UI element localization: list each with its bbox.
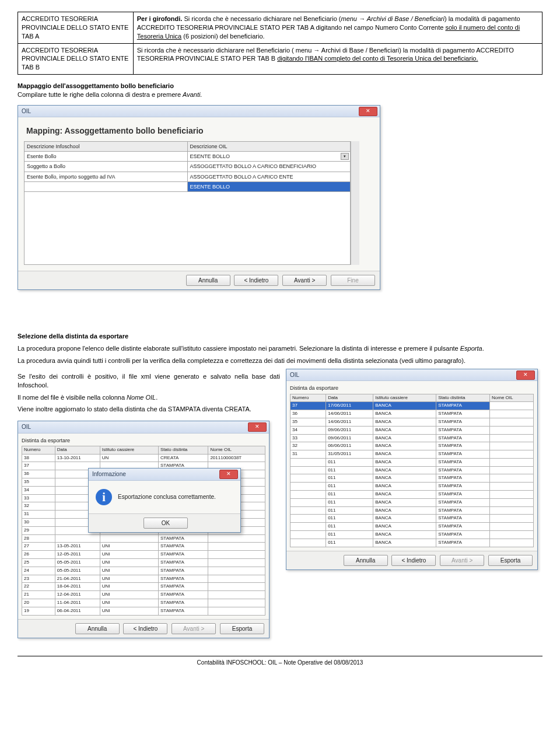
export-button[interactable]: Esporta — [488, 555, 533, 567]
table-row[interactable]: 3717/06/2011BANCASTAMPATA — [290, 402, 534, 410]
cell: 18-04-2011 — [55, 583, 100, 591]
cell: BANCA — [373, 466, 436, 474]
table-row[interactable]: 2112-04-2011UNISTAMPATA — [22, 591, 265, 599]
next-button[interactable]: Avanti > — [172, 623, 216, 635]
cell: STAMPATA — [436, 491, 490, 499]
close-icon[interactable]: ✕ — [248, 422, 267, 432]
right-titlebar[interactable]: OIL ✕ — [286, 369, 537, 382]
cell: STAMPATA — [159, 599, 208, 607]
map-r2-r[interactable]: ASSOGGETTATO BOLLO A CARICO BENEFICIARIO — [187, 162, 351, 172]
table-row[interactable]: 3514/06/2011BANCASTAMPATA — [290, 418, 534, 426]
table-row[interactable]: 011BANCASTAMPATA — [290, 474, 534, 483]
cell: 33 — [290, 434, 326, 442]
close-icon[interactable]: ✕ — [359, 107, 377, 116]
mapping-buttons: Annulla < Indietro Avanti > Fine — [18, 271, 380, 290]
mapping-table[interactable]: Descrizione Infoschool Descrizione OIL E… — [24, 141, 351, 265]
back-button[interactable]: < Indietro — [391, 555, 436, 567]
close-icon[interactable]: ✕ — [219, 470, 238, 479]
cell: 011 — [326, 523, 373, 531]
map-r2-l[interactable]: Soggetto a Bollo — [24, 162, 188, 172]
cell: 37 — [22, 462, 55, 470]
table-row[interactable]: 2011-04-2011UNISTAMPATA — [22, 599, 265, 607]
map-sub-em: Avanti. — [183, 91, 202, 98]
back-button[interactable]: < Indietro — [123, 623, 167, 635]
table-row[interactable]: 2321-04-2011UNISTAMPATA — [22, 575, 265, 583]
close-icon[interactable]: ✕ — [516, 370, 535, 380]
sel-p3b: Il nome del file è visibile nella colonn… — [18, 393, 280, 402]
cell: BANCA — [373, 483, 436, 491]
table-row[interactable]: 011BANCASTAMPATA — [290, 458, 534, 466]
table-row[interactable]: 011BANCASTAMPATA — [290, 539, 534, 547]
cell: 19 — [22, 607, 55, 615]
table-row[interactable]: 011BANCASTAMPATA — [290, 523, 534, 531]
cell — [290, 466, 326, 474]
next-button[interactable]: Avanti > — [440, 555, 484, 567]
map-r1-l[interactable]: Esente Bollo — [24, 152, 188, 162]
cell: 36 — [22, 470, 55, 478]
table-row[interactable]: 2505-05-2011UNISTAMPATA — [22, 559, 265, 567]
cell: 011 — [326, 458, 373, 466]
cell: 011 — [326, 515, 373, 523]
scrollbar[interactable] — [351, 141, 359, 265]
cell: 12-05-2011 — [55, 551, 100, 559]
cell — [490, 498, 534, 506]
table-row[interactable]: 2713-05-2011UNISTAMPATA — [22, 543, 265, 551]
table-row[interactable]: 3309/06/2011BANCASTAMPATA — [290, 434, 534, 442]
cell: STAMPATA — [436, 506, 490, 515]
table-row[interactable]: 011BANCASTAMPATA — [290, 483, 534, 491]
map-r3-l[interactable]: Esente Bollo, importo soggetto ad IVA — [24, 172, 188, 181]
table-row[interactable]: 1906-04-2011UNISTAMPATA — [22, 607, 265, 615]
map-r4-r[interactable]: ESENTE BOLLO — [187, 181, 351, 191]
cell: 17/06/2011 — [326, 402, 373, 410]
table-row[interactable]: 011BANCASTAMPATA — [290, 506, 534, 515]
cell: BANCA — [373, 523, 436, 531]
table-row[interactable]: 3206/06/2011BANCASTAMPATA — [290, 442, 534, 450]
table-row[interactable]: 2612-05-2011UNISTAMPATA — [22, 551, 265, 559]
cell — [290, 491, 326, 499]
cancel-button[interactable]: Annulla — [344, 555, 388, 567]
cell: BANCA — [373, 402, 436, 410]
row1-t1: Si ricorda che è necessario dichiarare n… — [182, 15, 341, 22]
info-titlebar[interactable]: Informazione ✕ — [89, 469, 240, 481]
table-row[interactable]: 011BANCASTAMPATA — [290, 466, 534, 474]
map-r4-l[interactable] — [24, 181, 188, 191]
mapping-titlebar[interactable]: OIL ✕ — [18, 106, 380, 118]
cell: BANCA — [373, 474, 436, 483]
ok-button[interactable]: OK — [144, 518, 188, 529]
cell: STAMPATA — [436, 523, 490, 531]
table-row[interactable]: 2218-04-2011UNISTAMPATA — [22, 583, 265, 591]
cell: STAMPATA — [436, 531, 490, 539]
cancel-button[interactable]: Annulla — [186, 275, 230, 286]
table-row[interactable]: 28STAMPATA — [22, 534, 265, 543]
cell: 13-05-2011 — [55, 543, 100, 551]
next-button[interactable]: Avanti > — [282, 275, 327, 286]
map-r3-r[interactable]: ASSOGGETTATO BOLLO A CARICO ENTE — [187, 172, 351, 181]
table-row[interactable]: 3131/05/2011BANCASTAMPATA — [290, 450, 534, 459]
left-grid-toprow[interactable]: 38 13-10-2011 UN CREATA 20111000038T — [22, 454, 265, 462]
table-row[interactable]: 011BANCASTAMPATA — [290, 498, 534, 506]
cell: 31 — [22, 511, 55, 519]
map-r1-r[interactable]: ESENTE BOLLO▾ — [187, 152, 351, 162]
table-row[interactable]: 011BANCASTAMPATA — [290, 491, 534, 499]
table-row[interactable]: 3614/06/2011BANCASTAMPATA — [290, 410, 534, 418]
cell: 011 — [326, 491, 373, 499]
cell: 26 — [22, 551, 55, 559]
cell: 28 — [22, 534, 55, 543]
map-col1: Descrizione Infoschool — [24, 142, 188, 152]
export-button[interactable]: Esporta — [220, 623, 264, 635]
cancel-button[interactable]: Annulla — [75, 623, 120, 635]
finish-button[interactable]: Fine — [331, 275, 375, 286]
right-grid[interactable]: Numero Data Istituto cassiere Stato dist… — [290, 394, 534, 547]
col-stato: Stato distinta — [159, 446, 208, 454]
right-subtitle: Distinta da esportare — [290, 385, 534, 392]
back-button[interactable]: < Indietro — [234, 275, 278, 286]
dropdown-arrow-icon[interactable]: ▾ — [341, 153, 349, 160]
table-row[interactable]: 011BANCASTAMPATA — [290, 515, 534, 523]
table-row[interactable]: 011BANCASTAMPATA — [290, 531, 534, 539]
left-titlebar[interactable]: OIL ✕ — [18, 421, 269, 434]
table-row[interactable]: 3409/06/2011BANCASTAMPATA — [290, 426, 534, 434]
cell: 32 — [290, 442, 326, 450]
cell — [290, 539, 326, 547]
table-row[interactable]: 2405-05-2011UNISTAMPATA — [22, 567, 265, 575]
cell: BANCA — [373, 442, 436, 450]
